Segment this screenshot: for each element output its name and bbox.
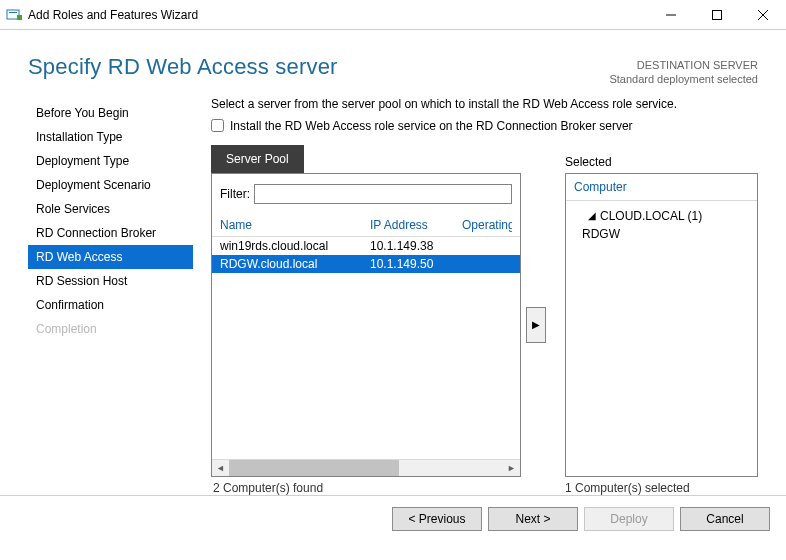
sidebar-item-confirmation[interactable]: Confirmation <box>28 293 193 317</box>
install-on-broker-checkbox[interactable] <box>211 119 224 132</box>
previous-button[interactable]: < Previous <box>392 507 482 531</box>
server-pool-pane: Server Pool Filter: Name IP Address Oper… <box>211 145 521 477</box>
sidebar-item-rd-session-host[interactable]: RD Session Host <box>28 269 193 293</box>
cell-name: win19rds.cloud.local <box>220 239 370 253</box>
scroll-right-button[interactable]: ► <box>503 460 520 476</box>
selected-header: Selected <box>565 145 758 173</box>
filter-label: Filter: <box>220 187 250 201</box>
table-row[interactable]: RDGW.cloud.local10.1.149.50 <box>212 255 520 273</box>
footer: < Previous Next > Deploy Cancel <box>0 495 786 543</box>
chevron-down-icon: ◢ <box>588 210 596 221</box>
cell-os <box>462 257 512 271</box>
svg-rect-1 <box>9 12 17 13</box>
destination-value: Standard deployment selected <box>609 72 758 86</box>
horizontal-scrollbar[interactable]: ◄ ► <box>212 459 520 476</box>
content-area: Select a server from the server pool on … <box>193 97 758 495</box>
col-header-computer[interactable]: Computer <box>566 174 757 201</box>
deploy-button: Deploy <box>584 507 674 531</box>
add-server-button[interactable]: ▶ <box>526 307 546 343</box>
tree-leaf[interactable]: RDGW <box>574 225 749 243</box>
cell-name: RDGW.cloud.local <box>220 257 370 271</box>
titlebar: Add Roles and Features Wizard <box>0 0 786 30</box>
destination-label: DESTINATION SERVER <box>609 58 758 72</box>
cancel-button[interactable]: Cancel <box>680 507 770 531</box>
tree-group-label: CLOUD.LOCAL (1) <box>600 209 702 223</box>
window-title: Add Roles and Features Wizard <box>28 8 198 22</box>
sidebar-item-installation-type[interactable]: Installation Type <box>28 125 193 149</box>
destination-block: DESTINATION SERVER Standard deployment s… <box>609 54 758 87</box>
table-row[interactable]: win19rds.cloud.local10.1.149.38 <box>212 237 520 255</box>
selected-pane: Selected Computer ◢CLOUD.LOCAL (1)RDGW <box>565 145 758 477</box>
server-pool-table: Name IP Address Operating win19rds.cloud… <box>212 214 520 476</box>
svg-rect-2 <box>17 15 22 20</box>
tree-group[interactable]: ◢CLOUD.LOCAL (1) <box>574 207 749 225</box>
sidebar-item-rd-web-access[interactable]: RD Web Access <box>28 245 193 269</box>
tab-server-pool[interactable]: Server Pool <box>211 145 304 173</box>
instruction-text: Select a server from the server pool on … <box>211 97 758 111</box>
install-on-broker-label[interactable]: Install the RD Web Access role service o… <box>230 119 633 133</box>
cell-ip: 10.1.149.38 <box>370 239 462 253</box>
maximize-button[interactable] <box>694 0 740 30</box>
sidebar-item-deployment-type[interactable]: Deployment Type <box>28 149 193 173</box>
minimize-button[interactable] <box>648 0 694 30</box>
cell-os <box>462 239 512 253</box>
selected-tree: ◢CLOUD.LOCAL (1)RDGW <box>566 201 757 476</box>
sidebar-item-before-you-begin[interactable]: Before You Begin <box>28 101 193 125</box>
close-button[interactable] <box>740 0 786 30</box>
scroll-thumb[interactable] <box>229 460 399 476</box>
scroll-left-button[interactable]: ◄ <box>212 460 229 476</box>
sidebar-item-completion: Completion <box>28 317 193 341</box>
svg-rect-4 <box>713 10 722 19</box>
chevron-right-icon: ▶ <box>532 319 540 330</box>
sidebar-item-rd-connection-broker[interactable]: RD Connection Broker <box>28 221 193 245</box>
selected-count: 1 Computer(s) selected <box>565 481 690 495</box>
sidebar-item-deployment-scenario[interactable]: Deployment Scenario <box>28 173 193 197</box>
col-header-os[interactable]: Operating <box>462 218 512 232</box>
col-header-ip[interactable]: IP Address <box>370 218 462 232</box>
cell-ip: 10.1.149.50 <box>370 257 462 271</box>
found-count: 2 Computer(s) found <box>211 481 521 495</box>
col-header-name[interactable]: Name <box>220 218 370 232</box>
next-button[interactable]: Next > <box>488 507 578 531</box>
filter-input[interactable] <box>254 184 512 204</box>
page-title: Specify RD Web Access server <box>28 54 338 80</box>
header: Specify RD Web Access server DESTINATION… <box>0 30 786 97</box>
wizard-sidebar: Before You BeginInstallation TypeDeploym… <box>28 97 193 495</box>
sidebar-item-role-services[interactable]: Role Services <box>28 197 193 221</box>
app-icon <box>6 7 22 23</box>
